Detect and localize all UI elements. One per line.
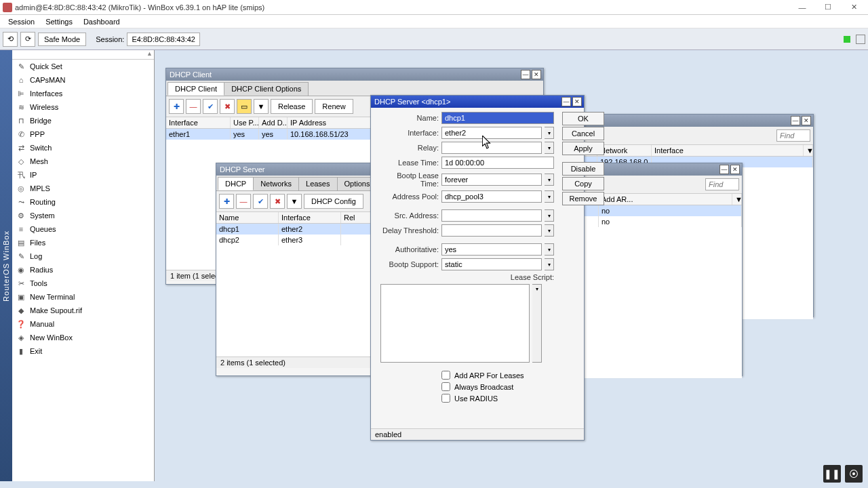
- sidebar-item-queues[interactable]: ≡Queues: [12, 222, 154, 236]
- close-button[interactable]: ✕: [845, 1, 863, 14]
- sidebar-item-ppp[interactable]: ✆PPP: [12, 127, 154, 141]
- delay-threshold-input[interactable]: [441, 224, 542, 237]
- chevron-down-icon[interactable]: ▾: [545, 174, 554, 186]
- sidebar-item-system[interactable]: ⚙System: [12, 209, 154, 222]
- minimize-icon[interactable]: —: [561, 97, 571, 106]
- sidebar-item-radius[interactable]: ◉Radius: [12, 263, 154, 277]
- nav-collapse-icon[interactable]: ▲: [146, 50, 153, 59]
- close-icon[interactable]: ✕: [730, 165, 740, 174]
- sidebar-item-mpls[interactable]: ◎MPLS: [12, 182, 154, 195]
- back-icon[interactable]: ⟲: [3, 32, 18, 47]
- name-input[interactable]: [441, 112, 554, 124]
- use-radius-checkbox[interactable]: [441, 394, 450, 403]
- release-button[interactable]: Release: [271, 99, 313, 114]
- chevron-down-icon[interactable]: ▾: [545, 258, 554, 270]
- col-name[interactable]: Name: [216, 212, 279, 223]
- ok-button[interactable]: OK: [562, 112, 604, 125]
- sidebar-item-mesh[interactable]: ◇Mesh: [12, 155, 154, 168]
- sidebar-item-interfaces[interactable]: ⊫Interfaces: [12, 87, 154, 100]
- cancel-button[interactable]: Cancel: [562, 127, 604, 140]
- filter-icon[interactable]: ▼: [254, 99, 269, 114]
- menu-dashboard[interactable]: Dashboard: [78, 16, 125, 27]
- table-row[interactable]: no: [584, 216, 742, 227]
- sidebar-item-capsman[interactable]: ⌂CAPsMAN: [12, 73, 154, 87]
- disable-icon[interactable]: ✖: [220, 99, 235, 114]
- disable-button[interactable]: Disable: [562, 162, 604, 176]
- tab-dhcp[interactable]: DHCP: [218, 177, 254, 190]
- tab-dhcp-client[interactable]: DHCP Client: [167, 82, 224, 96]
- add-icon[interactable]: ✚: [169, 99, 184, 114]
- menu-session[interactable]: Session: [3, 16, 40, 27]
- always-broadcast-checkbox[interactable]: [441, 382, 450, 391]
- relay-input[interactable]: [441, 142, 542, 154]
- chevron-down-icon[interactable]: ▾: [545, 209, 554, 222]
- sidebar-item-ip[interactable]: 卂IP: [12, 168, 154, 182]
- sidebar-item-make-supout-rif[interactable]: ◆Make Supout.rif: [12, 304, 154, 317]
- comment-icon[interactable]: ▭: [237, 99, 252, 114]
- close-icon[interactable]: ✕: [532, 70, 541, 79]
- table-row[interactable]: no: [584, 205, 742, 216]
- sidebar-item-quick-set[interactable]: ✎Quick Set: [12, 60, 154, 73]
- disable-icon[interactable]: ✖: [270, 194, 285, 209]
- remove-icon[interactable]: —: [186, 99, 201, 114]
- col-add-arp[interactable]: Add AR...: [599, 194, 732, 205]
- menu-settings[interactable]: Settings: [40, 16, 78, 27]
- renew-button[interactable]: Renew: [315, 99, 353, 114]
- dialog-titlebar[interactable]: DHCP Server <dhcp1> — ✕: [371, 96, 584, 108]
- col-menu-icon[interactable]: ▼: [732, 194, 742, 205]
- enable-icon[interactable]: ✔: [203, 99, 218, 114]
- src-address-input[interactable]: [441, 209, 542, 222]
- forward-icon[interactable]: ⟳: [20, 32, 35, 47]
- remove-button[interactable]: Remove: [562, 192, 604, 205]
- col-menu-icon[interactable]: ▼: [804, 145, 813, 156]
- col-addd[interactable]: Add D...: [259, 117, 288, 128]
- col-interface[interactable]: Interface: [279, 212, 341, 223]
- add-arp-checkbox[interactable]: [441, 371, 450, 380]
- filter-icon[interactable]: ▼: [287, 194, 302, 209]
- pause-icon[interactable]: ❚❚: [823, 465, 841, 483]
- chevron-down-icon[interactable]: ▾: [545, 127, 554, 139]
- sidebar-item-log[interactable]: ✎Log: [12, 249, 154, 263]
- close-icon[interactable]: ✕: [572, 97, 582, 106]
- sidebar-item-files[interactable]: ▤Files: [12, 236, 154, 249]
- apply-button[interactable]: Apply: [562, 142, 604, 155]
- maximize-button[interactable]: ☐: [819, 1, 837, 14]
- sidebar-item-switch[interactable]: ⇄Switch: [12, 141, 154, 155]
- minimize-icon[interactable]: —: [791, 116, 800, 125]
- enable-icon[interactable]: ✔: [253, 194, 268, 209]
- bootp-support-input[interactable]: [441, 258, 542, 270]
- sidebar-item-exit[interactable]: ▮Exit: [12, 344, 154, 358]
- safe-mode-button[interactable]: Safe Mode: [38, 33, 86, 46]
- sidebar-item-tools[interactable]: ✂Tools: [12, 277, 154, 290]
- sidebar-item-new-winbox[interactable]: ◈New WinBox: [12, 331, 154, 344]
- sidebar-item-routing[interactable]: ⤳Routing: [12, 195, 154, 209]
- minimize-icon[interactable]: —: [719, 165, 729, 174]
- minimize-button[interactable]: —: [793, 1, 811, 14]
- minimize-icon[interactable]: —: [521, 70, 530, 79]
- close-icon[interactable]: ✕: [802, 116, 811, 125]
- tab-dhcp-client-options[interactable]: DHCP Client Options: [224, 82, 309, 96]
- interface-input[interactable]: [441, 127, 542, 139]
- find-input[interactable]: [776, 129, 810, 142]
- chevron-down-icon[interactable]: ▾: [545, 190, 554, 203]
- address-pool-input[interactable]: [441, 190, 542, 203]
- toolbar-extra-button[interactable]: [856, 35, 865, 44]
- col-interface[interactable]: Interface: [166, 117, 231, 128]
- sidebar-item-bridge[interactable]: ⊓Bridge: [12, 114, 154, 127]
- find-input[interactable]: [705, 178, 739, 190]
- chevron-down-icon[interactable]: ▾: [545, 243, 554, 256]
- add-icon[interactable]: ✚: [219, 194, 234, 209]
- lease-time-input[interactable]: [441, 157, 554, 169]
- sidebar-item-new-terminal[interactable]: ▣New Terminal: [12, 290, 154, 304]
- lease-script-input[interactable]: [380, 284, 530, 363]
- col-network[interactable]: Network: [597, 145, 652, 156]
- leases-titlebar[interactable]: — ✕: [584, 163, 742, 176]
- dhcp-config-button[interactable]: DHCP Config: [304, 194, 363, 209]
- col-interface[interactable]: Interface: [652, 145, 804, 156]
- bootp-lease-input[interactable]: [441, 174, 542, 186]
- tab-networks[interactable]: Networks: [253, 177, 299, 190]
- chevron-down-icon[interactable]: ▾: [532, 284, 542, 363]
- tab-leases[interactable]: Leases: [298, 177, 337, 190]
- sidebar-item-wireless[interactable]: ≋Wireless: [12, 100, 154, 114]
- copy-button[interactable]: Copy: [562, 177, 604, 190]
